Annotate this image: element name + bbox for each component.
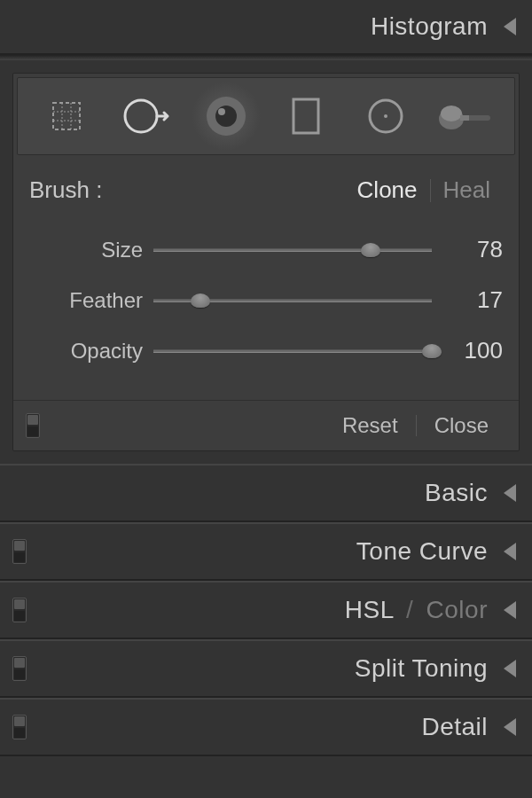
opacity-value[interactable]: 100 xyxy=(432,337,503,364)
crop-tool-button[interactable] xyxy=(32,82,101,151)
crop-icon xyxy=(44,94,89,138)
feather-slider[interactable] xyxy=(153,291,432,310)
svg-rect-0 xyxy=(53,103,80,129)
svg-point-11 xyxy=(384,114,387,118)
svg-rect-15 xyxy=(460,115,469,121)
split-toning-panel-header[interactable]: Split Toning xyxy=(0,639,532,698)
spot-removal-tool-button[interactable] xyxy=(112,82,181,151)
basic-panel-header[interactable]: Basic xyxy=(0,464,532,522)
tone-curve-panel-header[interactable]: Tone Curve xyxy=(0,522,532,581)
brush-mode-heal[interactable]: Heal xyxy=(431,176,503,204)
size-slider-row: Size 78 xyxy=(29,236,503,263)
slider-thumb[interactable] xyxy=(422,344,442,358)
graduated-filter-tool-button[interactable] xyxy=(271,82,340,151)
histogram-title: Histogram xyxy=(371,12,488,41)
hsl-color-panel-header[interactable]: HSL / Color xyxy=(0,581,532,639)
histogram-panel-header[interactable]: Histogram xyxy=(0,0,532,55)
split-toning-panel-label: Split Toning xyxy=(355,654,488,683)
panel-visibility-toggle[interactable] xyxy=(12,539,27,564)
spot-removal-icon xyxy=(120,94,173,138)
size-value[interactable]: 78 xyxy=(432,236,503,263)
slider-thumb[interactable] xyxy=(191,293,210,308)
brush-label: Brush : xyxy=(29,176,345,204)
collapse-triangle-icon xyxy=(504,18,516,35)
collapse-triangle-icon xyxy=(504,601,516,619)
radial-filter-icon xyxy=(364,94,408,138)
slider-track xyxy=(153,248,432,252)
redeye-tool-button[interactable] xyxy=(192,82,261,151)
feather-value[interactable]: 17 xyxy=(432,286,503,314)
slider-track xyxy=(153,349,432,353)
reset-button[interactable]: Reset xyxy=(325,413,416,438)
feather-label: Feather xyxy=(29,288,153,313)
svg-rect-9 xyxy=(293,99,318,133)
tone-curve-panel-label: Tone Curve xyxy=(356,537,488,566)
redeye-icon xyxy=(201,91,251,141)
detail-panel-header[interactable]: Detail xyxy=(0,698,532,756)
brush-mode-row: Brush : Clone Heal xyxy=(29,176,503,204)
svg-point-7 xyxy=(215,106,237,127)
brush-options-section: Brush : Clone Heal Size 78 Feather 17 Op… xyxy=(13,159,519,400)
radial-filter-tool-button[interactable] xyxy=(351,82,420,151)
opacity-label: Opacity xyxy=(29,339,153,364)
collapse-triangle-icon xyxy=(504,660,516,677)
opacity-slider[interactable] xyxy=(153,341,432,361)
size-slider[interactable] xyxy=(153,240,432,260)
svg-point-13 xyxy=(441,106,462,121)
separator: / xyxy=(406,596,413,623)
svg-point-8 xyxy=(218,108,225,115)
opacity-slider-row: Opacity 100 xyxy=(29,337,503,364)
brush-footer-row: Reset Close xyxy=(13,400,519,450)
hsl-color-panel-label: HSL / Color xyxy=(345,596,488,624)
panel-visibility-toggle[interactable] xyxy=(12,715,27,739)
collapse-triangle-icon xyxy=(504,484,516,502)
slider-thumb[interactable] xyxy=(361,243,380,257)
hsl-label: HSL xyxy=(345,596,394,623)
size-label: Size xyxy=(29,238,153,262)
brush-mode-clone[interactable]: Clone xyxy=(345,176,430,204)
brush-icon xyxy=(434,94,497,138)
graduated-filter-icon xyxy=(286,94,325,138)
adjustment-brush-tool-button[interactable] xyxy=(431,82,500,151)
tool-strip xyxy=(17,77,515,155)
detail-panel-label: Detail xyxy=(421,713,488,741)
color-label: Color xyxy=(426,596,488,623)
feather-slider-row: Feather 17 xyxy=(29,286,503,314)
basic-panel-label: Basic xyxy=(425,479,488,507)
collapse-triangle-icon xyxy=(504,718,516,736)
tool-strip-panel: Brush : Clone Heal Size 78 Feather 17 Op… xyxy=(12,73,520,451)
panel-visibility-toggle[interactable] xyxy=(12,656,27,681)
svg-point-5 xyxy=(125,100,157,132)
panel-visibility-toggle[interactable] xyxy=(26,413,40,438)
close-button[interactable]: Close xyxy=(417,413,506,438)
collapse-triangle-icon xyxy=(504,543,516,560)
divider xyxy=(0,55,532,60)
panel-visibility-toggle[interactable] xyxy=(12,598,27,622)
